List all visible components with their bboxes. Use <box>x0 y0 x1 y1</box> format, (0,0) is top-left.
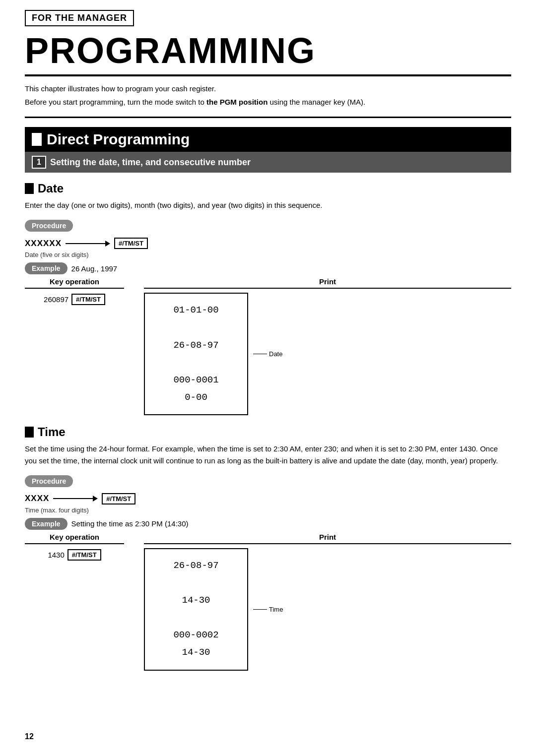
date-heading-text: Date <box>38 182 64 195</box>
time-print-line-1: 26-08-97 <box>157 557 235 574</box>
time-ann-line <box>253 609 267 610</box>
date-print-line-4 <box>157 354 235 372</box>
date-print-line-6: 0-00 <box>157 389 235 406</box>
time-key-op-value: 1430 #/TM/ST <box>25 549 124 561</box>
time-heading: Time <box>25 425 511 439</box>
subsection-number: 1 <box>32 156 46 169</box>
time-print-line-4 <box>157 609 235 627</box>
time-example-row: Example Setting the time as 2:30 PM (14:… <box>25 518 511 530</box>
date-key-box: #/TM/ST <box>114 238 148 249</box>
date-print-col: Print 01-01-00 26-08-97 000-0001 0-00 Da… <box>144 277 511 415</box>
manager-badge-container: FOR THE MANAGER <box>25 10 511 31</box>
date-key-op-col: Key operation 260897 #/TM/ST <box>25 277 124 305</box>
time-section: Time Set the time using the 24-hour form… <box>25 425 511 670</box>
date-section: Date Enter the day (one or two digits), … <box>25 182 511 415</box>
subsection-bar: 1 Setting the date, time, and consecutiv… <box>25 152 511 173</box>
time-print-line-5: 000-0002 <box>157 627 235 644</box>
time-print-header: Print <box>144 533 511 544</box>
time-input-placeholder: XXXX <box>25 494 49 504</box>
time-print-receipt: 26-08-97 14-30 000-0002 14-30 <box>144 548 248 671</box>
date-print-line-3: 26-08-97 <box>157 337 235 354</box>
date-annotation: Date <box>253 350 282 358</box>
date-key-op-value: 260897 #/TM/ST <box>25 294 124 305</box>
date-key-op-key: #/TM/ST <box>71 294 105 305</box>
time-annotation-label: Time <box>269 606 283 613</box>
intro-line2: Before you start programming, turn the m… <box>25 97 511 108</box>
date-print-line-1: 01-01-00 <box>157 302 235 319</box>
time-key-op-header: Key operation <box>25 533 124 544</box>
time-block-icon <box>25 427 34 438</box>
date-print-line-2 <box>157 319 235 337</box>
time-key-op-col: Key operation 1430 #/TM/ST <box>25 533 124 561</box>
time-print-box-outer: 26-08-97 14-30 000-0002 14-30 Time <box>144 548 511 671</box>
time-print-col: Print 26-08-97 14-30 000-0002 14-30 Time <box>144 533 511 671</box>
time-example-pill: Example <box>25 518 67 530</box>
time-procedure-diagram: XXXX #/TM/ST <box>25 493 511 504</box>
section-block-icon <box>32 133 42 146</box>
intro-line1: This chapter illustrates how to program … <box>25 83 511 95</box>
direct-programming-title: Direct Programming <box>47 131 190 148</box>
time-example-text: Setting the time as 2:30 PM (14:30) <box>71 519 189 528</box>
date-key-op-header: Key operation <box>25 277 124 289</box>
time-key-box: #/TM/ST <box>102 493 135 504</box>
date-op-print-container: Key operation 260897 #/TM/ST Print 01-01… <box>25 277 511 415</box>
date-print-line-5: 000-0001 <box>157 372 235 389</box>
time-procedure-pill: Procedure <box>25 475 73 487</box>
page-title: PROGRAMMING <box>25 31 511 76</box>
direct-programming-header: Direct Programming <box>25 127 511 152</box>
time-key-op-key: #/TM/ST <box>67 549 101 561</box>
date-heading: Date <box>25 182 511 195</box>
time-procedure-note: Time (max. four digits) <box>25 506 511 514</box>
date-example-text: 26 Aug., 1997 <box>71 264 118 273</box>
date-body: Enter the day (one or two digits), month… <box>25 199 511 211</box>
date-input-placeholder: XXXXXX <box>25 239 62 249</box>
date-print-receipt: 01-01-00 26-08-97 000-0001 0-00 <box>144 293 248 415</box>
page-number: 12 <box>25 732 34 741</box>
date-block-icon <box>25 183 34 194</box>
subsection-title: Setting the date, time, and consecutive … <box>50 157 251 168</box>
date-example-row: Example 26 Aug., 1997 <box>25 262 511 274</box>
time-arrow-line <box>53 496 98 502</box>
date-procedure-note: Date (five or six digits) <box>25 251 511 258</box>
date-procedure-pill: Procedure <box>25 220 73 232</box>
time-print-line-2 <box>157 574 235 592</box>
date-procedure-diagram: XXXXXX #/TM/ST <box>25 238 511 249</box>
manager-badge: FOR THE MANAGER <box>25 10 134 26</box>
time-print-line-3: 14-30 <box>157 592 235 609</box>
time-annotation: Time <box>253 606 283 613</box>
time-heading-text: Time <box>38 425 66 439</box>
time-op-print-container: Key operation 1430 #/TM/ST Print 26-08-9… <box>25 533 511 671</box>
date-print-header: Print <box>144 277 511 289</box>
arrow-line <box>66 241 110 247</box>
date-print-box-outer: 01-01-00 26-08-97 000-0001 0-00 Date <box>144 293 511 415</box>
time-print-line-6: 14-30 <box>157 644 235 661</box>
date-example-pill: Example <box>25 262 67 274</box>
time-body: Set the time using the 24-hour format. F… <box>25 443 511 466</box>
date-annotation-label: Date <box>269 350 282 358</box>
date-ann-line <box>253 354 267 354</box>
